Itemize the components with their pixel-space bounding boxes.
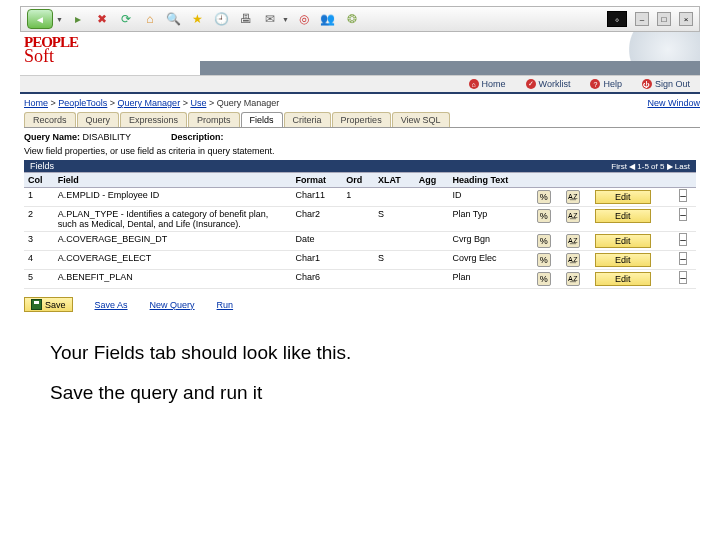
cell: 5 <box>24 270 54 289</box>
sort-icon[interactable]: A͟Z <box>566 272 580 286</box>
col-action <box>591 173 676 188</box>
puzzle-icon[interactable]: ❂ <box>343 10 361 28</box>
people-icon[interactable]: 👥 <box>319 10 337 28</box>
col-Col: Col <box>24 173 54 188</box>
sort-icon[interactable]: A͟Z <box>566 190 580 204</box>
fields-table: ColFieldFormatOrdXLATAggHeading Text 1A.… <box>24 172 696 289</box>
cell <box>415 270 449 289</box>
nav-signout-label: Sign Out <box>655 79 690 89</box>
criteria-icon[interactable]: % <box>537 272 551 286</box>
action-row: Save Save As New Query Run <box>24 297 696 312</box>
table-row: 4A.COVERAGE_ELECTChar1SCovrg Elec%A͟ZEdi… <box>24 251 696 270</box>
col-action <box>562 173 591 188</box>
col-XLAT: XLAT <box>374 173 415 188</box>
nav-home-label: Home <box>482 79 506 89</box>
tab-prompts[interactable]: Prompts <box>188 112 240 127</box>
cell: 1 <box>24 188 54 207</box>
criteria-icon[interactable]: % <box>537 234 551 248</box>
criteria-icon[interactable]: % <box>537 190 551 204</box>
query-info-row: Query Name: DISABILITY Description: <box>24 132 696 142</box>
stop-icon[interactable]: ✖ <box>93 10 111 28</box>
edit-button[interactable]: Edit <box>595 190 651 204</box>
edit-button[interactable]: Edit <box>595 234 651 248</box>
cell <box>415 188 449 207</box>
minimize-button[interactable]: – <box>635 12 649 26</box>
cell: S <box>374 207 415 232</box>
cell: Char6 <box>291 270 342 289</box>
print-icon[interactable]: 🖶 <box>237 10 255 28</box>
cell <box>342 207 374 232</box>
breadcrumb: Home > PeopleTools > Query Manager > Use… <box>24 98 279 108</box>
caption-line-2: Save the query and run it <box>50 382 670 404</box>
breadcrumb-row: Home > PeopleTools > Query Manager > Use… <box>24 98 700 108</box>
browser-toolbar: ◄ ▼ ▸ ✖ ⟳ ⌂ 🔍 ★ 🕘 🖶 ✉ ▼ ◎ 👥 ❂ ⟐ – □ × <box>20 6 700 32</box>
close-button[interactable]: × <box>679 12 693 26</box>
back-button[interactable]: ◄ <box>27 9 53 29</box>
tab-properties[interactable]: Properties <box>332 112 391 127</box>
edit-button[interactable]: Edit <box>595 209 651 223</box>
tab-fields[interactable]: Fields <box>241 112 283 127</box>
back-dropdown[interactable]: ▼ <box>56 16 63 23</box>
nav-signout[interactable]: ⏻Sign Out <box>642 79 690 89</box>
delete-button[interactable]: – <box>679 233 687 246</box>
mail-icon[interactable]: ✉ <box>261 10 279 28</box>
nav-worklist[interactable]: ✓Worklist <box>526 79 571 89</box>
tab-records[interactable]: Records <box>24 112 76 127</box>
nav-help[interactable]: ?Help <box>590 79 622 89</box>
crumb-home[interactable]: Home <box>24 98 48 108</box>
col-Field: Field <box>54 173 292 188</box>
tab-view-sql[interactable]: View SQL <box>392 112 450 127</box>
nav-help-label: Help <box>603 79 622 89</box>
save-as-link[interactable]: Save As <box>95 300 128 310</box>
crumb-query-manager[interactable]: Query Manager <box>118 98 181 108</box>
delete-button[interactable]: – <box>679 208 687 221</box>
tab-query[interactable]: Query <box>77 112 120 127</box>
hint-row: View field properties, or use field as c… <box>24 146 696 156</box>
history-icon[interactable]: 🕘 <box>213 10 231 28</box>
sort-icon[interactable]: A͟Z <box>566 234 580 248</box>
forward-button[interactable]: ▸ <box>69 10 87 28</box>
fields-section-bar: Fields First ◀ 1-5 of 5 ▶ Last <box>24 160 696 172</box>
sort-icon[interactable]: A͟Z <box>566 209 580 223</box>
delete-button[interactable]: – <box>679 252 687 265</box>
target-icon[interactable]: ◎ <box>295 10 313 28</box>
home-icon[interactable]: ⌂ <box>141 10 159 28</box>
save-button[interactable]: Save <box>24 297 73 312</box>
search-icon[interactable]: 🔍 <box>165 10 183 28</box>
criteria-icon[interactable]: % <box>537 253 551 267</box>
table-row: 5A.BENEFIT_PLANChar6Plan%A͟ZEdit– <box>24 270 696 289</box>
edit-button[interactable]: Edit <box>595 272 651 286</box>
pager[interactable]: First ◀ 1-5 of 5 ▶ Last <box>611 162 690 171</box>
tab-criteria[interactable]: Criteria <box>284 112 331 127</box>
col-Ord: Ord <box>342 173 374 188</box>
tab-strip: RecordsQueryExpressionsPromptsFieldsCrit… <box>24 112 700 127</box>
table-body: 1A.EMPLID - Employee IDChar111ID%A͟ZEdit… <box>24 188 696 289</box>
delete-button[interactable]: – <box>679 189 687 202</box>
pager-text: First ◀ 1-5 of 5 ▶ Last <box>611 162 690 171</box>
crumb-use[interactable]: Use <box>190 98 206 108</box>
criteria-icon[interactable]: % <box>537 209 551 223</box>
col-Heading Text: Heading Text <box>448 173 532 188</box>
cell <box>342 232 374 251</box>
new-window-link[interactable]: New Window <box>647 98 700 108</box>
table-row: 1A.EMPLID - Employee IDChar111ID%A͟ZEdit… <box>24 188 696 207</box>
restore-button[interactable]: □ <box>657 12 671 26</box>
cell <box>342 270 374 289</box>
refresh-icon[interactable]: ⟳ <box>117 10 135 28</box>
edit-button[interactable]: Edit <box>595 253 651 267</box>
help-nav-icon: ? <box>590 79 600 89</box>
cell: 1 <box>342 188 374 207</box>
crumb-peopletools[interactable]: PeopleTools <box>58 98 107 108</box>
nav-home[interactable]: ⌂Home <box>469 79 506 89</box>
run-link[interactable]: Run <box>217 300 234 310</box>
new-query-link[interactable]: New Query <box>150 300 195 310</box>
tab-expressions[interactable]: Expressions <box>120 112 187 127</box>
favorites-icon[interactable]: ★ <box>189 10 207 28</box>
delete-button[interactable]: – <box>679 271 687 284</box>
signout-nav-icon: ⏻ <box>642 79 652 89</box>
mail-dropdown[interactable]: ▼ <box>282 16 289 23</box>
sort-icon[interactable]: A͟Z <box>566 253 580 267</box>
cell <box>342 251 374 270</box>
peoplesoft-logo: PEOPLE Soft <box>24 34 94 61</box>
cell: 2 <box>24 207 54 232</box>
